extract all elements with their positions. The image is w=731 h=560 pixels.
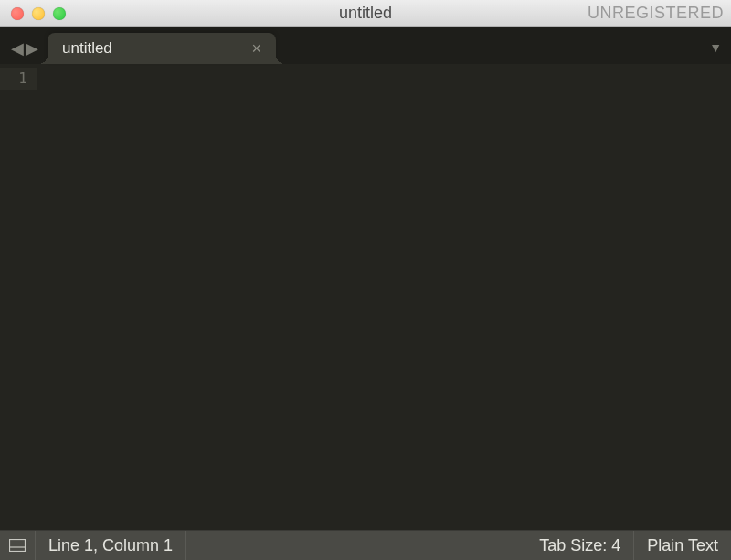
line-number-gutter: 1 — [0, 64, 37, 530]
line-number: 1 — [0, 68, 37, 90]
tab-bar: ◀ ▶ untitled × ▼ — [0, 27, 731, 64]
status-tab-size[interactable]: Tab Size: 4 — [526, 531, 634, 560]
nav-forward-icon[interactable]: ▶ — [26, 40, 38, 57]
status-cursor-position[interactable]: Line 1, Column 1 — [36, 531, 186, 560]
window-titlebar: untitled UNREGISTERED — [0, 0, 731, 27]
registration-status: UNREGISTERED — [588, 4, 724, 23]
nav-back-icon[interactable]: ◀ — [11, 40, 24, 57]
panel-switcher-button[interactable] — [0, 531, 36, 560]
window-zoom-button[interactable] — [53, 7, 66, 20]
tab-title: untitled — [62, 39, 248, 58]
window-title: untitled — [339, 4, 392, 23]
window-close-button[interactable] — [11, 7, 24, 20]
svg-rect-0 — [10, 540, 26, 552]
editor-text-area[interactable] — [37, 64, 731, 530]
panel-icon — [9, 539, 26, 552]
window-minimize-button[interactable] — [32, 7, 45, 20]
window-controls — [0, 7, 66, 20]
close-tab-icon[interactable]: × — [248, 39, 265, 58]
tab-untitled[interactable]: untitled × — [48, 33, 276, 64]
status-bar: Line 1, Column 1 Tab Size: 4 Plain Text — [0, 530, 731, 560]
editor-area: 1 — [0, 64, 731, 530]
tab-dropdown-icon[interactable]: ▼ — [709, 40, 722, 55]
status-syntax[interactable]: Plain Text — [634, 531, 731, 560]
